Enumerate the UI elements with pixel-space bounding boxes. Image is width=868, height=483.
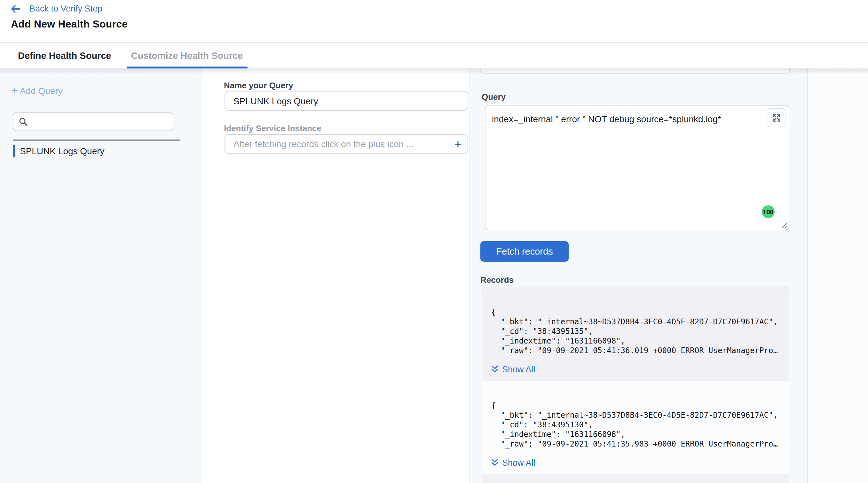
selected-indicator-bar xyxy=(13,145,15,157)
tab-define-health-source[interactable]: Define Health Source xyxy=(18,43,111,68)
add-health-source-page: Back to Verify Step Add New Health Sourc… xyxy=(0,0,868,483)
query-sidebar: + Add Query SPLUNK Logs Query xyxy=(0,68,202,483)
arrow-left-icon xyxy=(10,4,21,13)
search-icon xyxy=(19,117,28,126)
query-definition-panel: Name your Query Identify Service Instanc… xyxy=(202,68,469,483)
add-service-instance-plus-icon[interactable]: + xyxy=(448,135,468,153)
query-search-input[interactable] xyxy=(32,117,173,126)
record-card: { "_bkt": "_internal~38~D537D8B4-3EC0-4D… xyxy=(482,287,789,381)
query-name-input[interactable] xyxy=(224,91,468,111)
plus-icon: + xyxy=(11,86,18,95)
sidebar-divider xyxy=(13,140,180,141)
query-editor[interactable]: index=_internal " error " NOT debug sour… xyxy=(485,105,789,230)
page-header: Back to Verify Step Add New Health Sourc… xyxy=(0,0,868,43)
records-label: Records xyxy=(480,275,514,285)
service-instance-input[interactable] xyxy=(225,139,448,149)
tab-label: Customize Health Source xyxy=(131,51,243,61)
chevron-double-down-icon xyxy=(491,459,498,466)
back-link[interactable]: Back to Verify Step xyxy=(10,4,102,13)
show-all-link[interactable]: Show All xyxy=(491,363,780,375)
tabbar: Define Health Source Customize Health So… xyxy=(0,43,868,68)
add-query-button[interactable]: + Add Query xyxy=(11,86,63,96)
resize-grip-icon[interactable] xyxy=(781,222,788,229)
records-list: { "_bkt": "_internal~38~D537D8B4-3EC0-4D… xyxy=(482,286,789,483)
chevron-double-down-icon xyxy=(491,365,498,373)
sidebar-query-item[interactable]: SPLUNK Logs Query xyxy=(0,145,201,157)
query-list: SPLUNK Logs Query xyxy=(0,145,201,157)
content-area: + Add Query SPLUNK Logs Query Name your … xyxy=(0,68,868,483)
name-query-label: Name your Query xyxy=(224,81,293,90)
add-query-label: Add Query xyxy=(20,86,63,96)
service-instance-label: Identify Service Instance xyxy=(224,123,321,133)
expand-query-button[interactable] xyxy=(768,108,785,127)
page-title: Add New Health Source xyxy=(11,19,128,30)
fetch-records-button[interactable]: Fetch records xyxy=(480,241,569,262)
expand-icon xyxy=(772,113,781,122)
back-link-label: Back to Verify Step xyxy=(29,4,102,13)
tab-customize-health-source[interactable]: Customize Health Source xyxy=(127,43,248,68)
query-text: index=_internal " error " NOT debug sour… xyxy=(486,105,763,132)
record-count-badge: 100 xyxy=(762,205,775,218)
query-label: Query xyxy=(482,92,506,102)
show-all-link[interactable]: Show All xyxy=(491,457,780,468)
show-all-label: Show All xyxy=(502,364,535,374)
right-empty-panel xyxy=(808,68,868,483)
service-instance-field: + xyxy=(224,134,468,154)
clipped-input-field[interactable] xyxy=(480,68,790,73)
record-json: { "_bkt": "_internal~38~D537D8B4-3EC0-4D… xyxy=(491,401,780,449)
record-json: { "_bkt": "_internal~38~D537D8B4-3EC0-4D… xyxy=(491,308,780,356)
sidebar-query-item-label: SPLUNK Logs Query xyxy=(20,146,104,156)
tab-label: Define Health Source xyxy=(18,51,111,61)
query-search-box xyxy=(13,112,173,131)
record-card: { "_bkt": "_internal~38~D537D8B4-3EC0-4D… xyxy=(482,381,789,474)
query-run-panel: Query index=_internal " error " NOT debu… xyxy=(469,68,808,483)
record-card xyxy=(482,474,789,483)
show-all-label: Show All xyxy=(502,458,535,467)
